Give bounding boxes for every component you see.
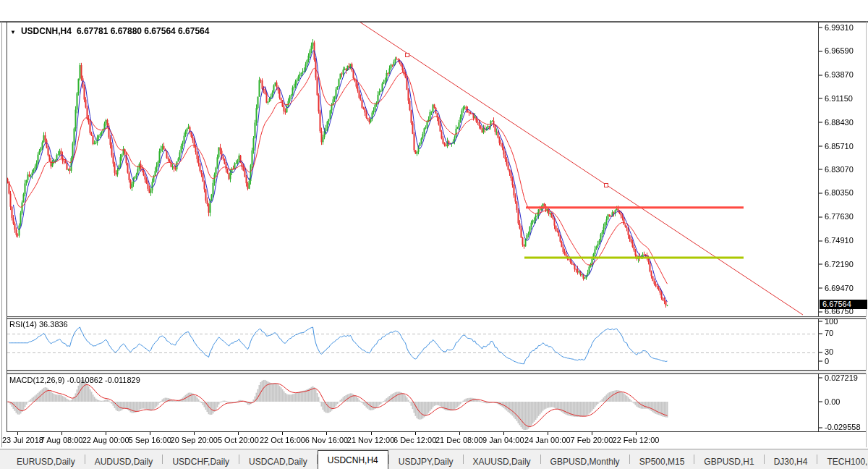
macd-header: MACD(12,26,9) -0.010862 -0.011829 [9, 376, 140, 384]
tab-eurusd-daily[interactable]: EURUSD,Daily [7, 455, 85, 469]
chart-title: ▼ USDCNH,H4 6.67781 6.67880 6.67564 6.67… [10, 26, 209, 36]
tab-xauusd-daily[interactable]: XAUUSD,Daily [464, 455, 540, 469]
chart-dropdown-icon[interactable]: ▼ [10, 29, 16, 35]
tab-tech100-h1[interactable]: TECH100,H1 [817, 455, 868, 469]
current-price-tag: 6.67564 [820, 300, 867, 309]
macd-name: MACD(12,26,9) [9, 376, 64, 384]
symbol-tabs: EURUSD,DailyAUDUSD,DailyUSDCHF,DailyUSDC… [0, 449, 868, 469]
tab-gbpusd-monthly[interactable]: GBPUSD,Monthly [541, 455, 629, 469]
tab-sp500-m15[interactable]: SP500,M15 [630, 455, 694, 469]
tab-gbpusd-h1[interactable]: GBPUSD,H1 [694, 455, 763, 469]
tab-usdjpy-daily[interactable]: USDJPY,Daily [389, 455, 463, 469]
rsi-name: RSI(14) [9, 320, 37, 329]
macd-values: -0.010862 -0.011829 [67, 376, 140, 384]
mt4-window: M30H1H4D1W1MN ▼ USDCNH,H4 6.67781 6.6788… [0, 0, 868, 469]
rsi-header: RSI(14) 36.3836 [9, 320, 68, 329]
chart-symbol: USDCNH,H4 [21, 26, 72, 36]
tab-usdcad-daily[interactable]: USDCAD,Daily [239, 455, 317, 469]
symbol-tabbar: EURUSD,DailyAUDUSD,DailyUSDCHF,DailyUSDC… [0, 449, 868, 469]
tab-audusd-daily[interactable]: AUDUSD,Daily [85, 455, 163, 469]
rsi-value: 36.3836 [39, 320, 68, 329]
tab-dj30-h4[interactable]: DJ30,H4 [765, 455, 817, 469]
tab-usdchf-daily[interactable]: USDCHF,Daily [163, 455, 239, 469]
tab-usdcnh-h4[interactable]: USDCNH,H4 [318, 450, 388, 469]
chart-ohlc-values: 6.67781 6.67880 6.67564 6.67564 [77, 26, 210, 36]
